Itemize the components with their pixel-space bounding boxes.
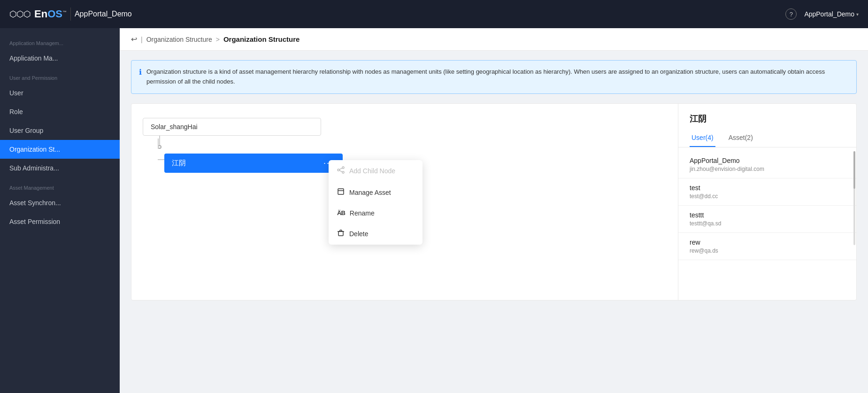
svg-point-2 [338, 169, 339, 171]
context-menu-rename[interactable]: ÄB Rename [329, 203, 422, 223]
sidebar-item-application-ma[interactable]: Application Ma... [0, 49, 120, 68]
top-navigation: ⬡⬡⬡ EnOS™ AppPortal_Demo ? AppPortal_Dem… [0, 0, 868, 28]
user-email-3: testtt@qa.sd [690, 220, 845, 227]
scrollbar-track [853, 151, 855, 245]
main-layout: Application Managem... Application Ma...… [0, 28, 868, 393]
rename-label: Rename [350, 209, 375, 217]
detail-panel: 江阴 User(4) Asset(2) AppPortal_Demo jin.z… [678, 104, 856, 300]
delete-icon [337, 229, 345, 239]
add-child-node-label: Add Child Node [349, 167, 395, 175]
sidebar-item-sub-administra[interactable]: Sub Administra... [0, 159, 120, 177]
logo-os: OS [47, 8, 62, 20]
user-menu[interactable]: AppPortal_Demo ▾ [804, 10, 859, 18]
user-name-3: testtt [690, 211, 845, 219]
detail-user-item: testtt testtt@qa.sd [678, 206, 856, 233]
breadcrumb: ↩ | Organization Structure > Organizatio… [120, 28, 868, 51]
app-name: AppPortal_Demo [75, 10, 132, 18]
breadcrumb-arrow: > [216, 36, 220, 43]
detail-list: AppPortal_Demo jin.zhou@envision-digital… [678, 147, 856, 264]
connector-vert [159, 136, 160, 145]
child-node-label: 江阴 [172, 159, 186, 168]
svg-rect-5 [338, 189, 344, 194]
breadcrumb-parent[interactable]: Organization Structure [146, 36, 212, 43]
user-email-1: jin.zhou@envision-digital.com [690, 166, 845, 172]
manage-asset-label: Manage Asset [349, 189, 391, 196]
svg-line-3 [339, 168, 342, 169]
connector-horiz-h [158, 159, 164, 160]
svg-point-0 [342, 167, 344, 169]
detail-tabs: User(4) Asset(2) [678, 129, 856, 147]
detail-user-item: rew rew@qa.ds [678, 233, 856, 260]
rename-icon: ÄB [337, 209, 345, 216]
logo-en: En [34, 8, 47, 20]
user-name-4: rew [690, 239, 845, 246]
info-banner: ℹ Organization structure is a kind of as… [131, 60, 857, 94]
section-user-permission: User and Permission [0, 68, 120, 84]
info-icon: ℹ [139, 68, 142, 77]
sidebar-item-asset-synchron[interactable]: Asset Synchron... [0, 193, 120, 212]
logo-dots-icon: ⬡⬡⬡ [9, 9, 31, 19]
add-child-node-icon [337, 166, 345, 176]
connector-horiz-v [158, 139, 159, 149]
section-app-management: Application Managem... [0, 33, 120, 49]
context-menu-manage-asset[interactable]: Manage Asset [329, 182, 422, 203]
detail-list-wrapper: AppPortal_Demo jin.zhou@envision-digital… [678, 147, 856, 300]
detail-title: 江阴 [678, 104, 856, 129]
help-icon[interactable]: ? [785, 8, 797, 20]
svg-rect-7 [338, 231, 343, 236]
user-email-4: rew@qa.ds [690, 247, 845, 254]
sidebar-item-asset-permission[interactable]: Asset Permission [0, 212, 120, 231]
detail-user-item: test test@dd.cc [678, 178, 856, 206]
manage-asset-icon [337, 188, 345, 197]
nav-right: ? AppPortal_Demo ▾ [785, 8, 859, 20]
detail-user-item: AppPortal_Demo jin.zhou@envision-digital… [678, 151, 856, 178]
tree-area: Solar_shangHai 江阴 ··· [131, 104, 678, 300]
user-label: AppPortal_Demo [804, 10, 854, 18]
sidebar-item-organization-structure[interactable]: Organization St... [0, 140, 120, 159]
sidebar: Application Managem... Application Ma...… [0, 28, 120, 393]
context-menu-add-child-node[interactable]: Add Child Node [329, 160, 422, 182]
svg-line-4 [339, 170, 342, 171]
user-caret-icon: ▾ [856, 12, 859, 17]
delete-label: Delete [349, 230, 368, 238]
tree-root-node[interactable]: Solar_shangHai [143, 118, 321, 136]
logo-tm: ™ [62, 10, 67, 15]
user-name-2: test [690, 184, 845, 192]
logo-text: EnOS™ [34, 8, 67, 20]
sidebar-item-user-group[interactable]: User Group [0, 121, 120, 140]
sidebar-item-role[interactable]: Role [0, 102, 120, 121]
tree-root-label: Solar_shangHai [151, 123, 198, 131]
logo: ⬡⬡⬡ EnOS™ AppPortal_Demo [9, 8, 132, 21]
nav-divider [70, 8, 71, 21]
user-name-1: AppPortal_Demo [690, 157, 845, 164]
tab-asset[interactable]: Asset(2) [727, 129, 755, 147]
info-text: Organization structure is a kind of asse… [146, 67, 849, 87]
breadcrumb-current: Organization Structure [223, 35, 300, 43]
section-asset-management: Asset Management [0, 177, 120, 193]
user-email-2: test@dd.cc [690, 193, 845, 200]
breadcrumb-separator: | [141, 36, 143, 43]
back-button[interactable]: ↩ [131, 35, 137, 44]
main-panel: Solar_shangHai 江阴 ··· [131, 103, 857, 301]
tree-child-node[interactable]: 江阴 ··· [164, 154, 343, 173]
context-menu-delete[interactable]: Delete [329, 223, 422, 245]
svg-point-1 [342, 171, 344, 173]
context-menu: Add Child Node Manage Asset [329, 160, 422, 245]
content-area: ↩ | Organization Structure > Organizatio… [120, 28, 868, 393]
nav-left: ⬡⬡⬡ EnOS™ AppPortal_Demo [9, 8, 132, 21]
sidebar-item-user[interactable]: User [0, 84, 120, 102]
tab-user[interactable]: User(4) [690, 129, 715, 147]
scrollbar-thumb[interactable] [853, 151, 855, 189]
